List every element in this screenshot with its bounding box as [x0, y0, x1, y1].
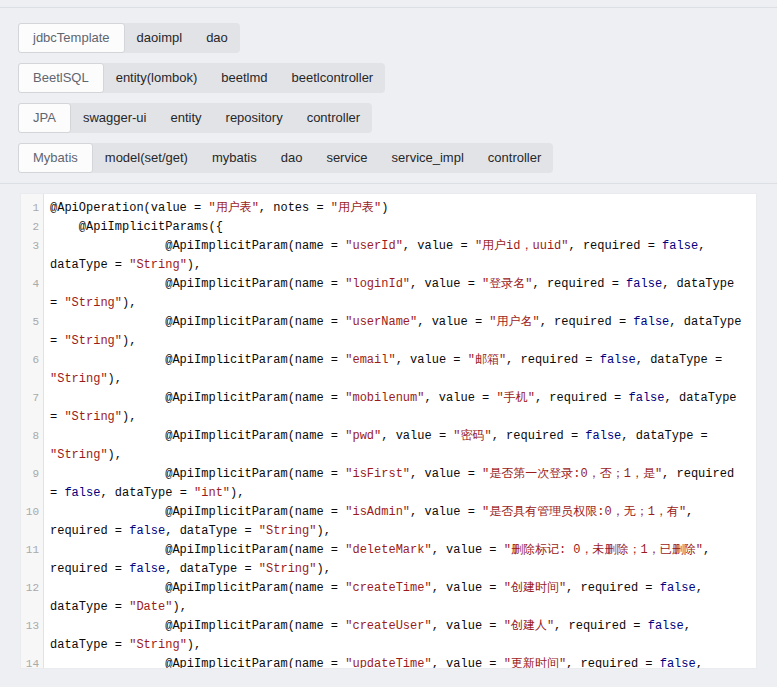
- code-generator-page: jdbcTemplatedaoimpldaoBeetlSQLentity(lom…: [0, 0, 777, 669]
- tab-mybatis-service-impl[interactable]: service_impl: [380, 143, 476, 173]
- code-line: 9 @ApiImplicitParam(name = "isFirst", va…: [21, 465, 756, 503]
- tab-beetlsql[interactable]: BeetlSQL: [18, 63, 104, 93]
- line-number: 3: [21, 237, 44, 275]
- section-divider: [0, 183, 777, 184]
- tab-jdbctemplate-daoimpl[interactable]: daoimpl: [125, 23, 195, 53]
- code-line: 12 @ApiImplicitParam(name = "createTime"…: [21, 579, 756, 617]
- code-line-text: @ApiImplicitParam(name = "createUser", v…: [44, 617, 756, 655]
- tab-jpa-entity[interactable]: entity: [158, 103, 213, 133]
- tab-jdbctemplate[interactable]: jdbcTemplate: [18, 23, 125, 53]
- code-line: 2 @ApiImplicitParams({: [21, 218, 756, 237]
- line-number: 11: [21, 541, 44, 579]
- code-line-text: @ApiOperation(value = "用户表", notes = "用户…: [44, 199, 756, 218]
- tab-jpa-controller[interactable]: controller: [295, 103, 372, 133]
- code-line-text: @ApiImplicitParams({: [44, 218, 756, 237]
- tab-mybatis-model-set-get[interactable]: model(set/get): [93, 143, 200, 173]
- code-line: 5 @ApiImplicitParam(name = "userName", v…: [21, 313, 756, 351]
- code-preview-panel: 1@ApiOperation(value = "用户表", notes = "用…: [20, 193, 757, 669]
- line-number: 13: [21, 617, 44, 655]
- line-number: 2: [21, 218, 44, 237]
- code-line-text: @ApiImplicitParam(name = "createTime", v…: [44, 579, 756, 617]
- code-line: 3 @ApiImplicitParam(name = "userId", val…: [21, 237, 756, 275]
- tab-group-jdbctemplate: jdbcTemplatedaoimpldao: [18, 23, 240, 53]
- code-line: 8 @ApiImplicitParam(name = "pwd", value …: [21, 427, 756, 465]
- code-line-text: @ApiImplicitParam(name = "isFirst", valu…: [44, 465, 756, 503]
- tab-group-mybatis: Mybatismodel(set/get)mybatisdaoservicese…: [18, 143, 553, 173]
- tab-mybatis[interactable]: Mybatis: [18, 143, 93, 173]
- tab-group-jpa: JPAswagger-uientityrepositorycontroller: [18, 103, 372, 133]
- tab-mybatis-dao[interactable]: dao: [269, 143, 315, 173]
- line-number: 7: [21, 389, 44, 427]
- tab-mybatis-mybatis[interactable]: mybatis: [200, 143, 269, 173]
- tab-beetlsql-beetlmd[interactable]: beetlmd: [209, 63, 279, 93]
- code-line-text: @ApiImplicitParam(name = "deleteMark", v…: [44, 541, 756, 579]
- line-number: 4: [21, 275, 44, 313]
- code-line-text: @ApiImplicitParam(name = "updateTime", v…: [44, 655, 756, 669]
- code-content[interactable]: 1@ApiOperation(value = "用户表", notes = "用…: [21, 199, 756, 669]
- line-number: 10: [21, 503, 44, 541]
- tab-mybatis-service[interactable]: service: [314, 143, 379, 173]
- tab-group-beetlsql: BeetlSQLentity(lombok)beetlmdbeetlcontro…: [18, 63, 385, 93]
- line-number: 6: [21, 351, 44, 389]
- tab-beetlsql-beetlcontroller[interactable]: beetlcontroller: [280, 63, 386, 93]
- template-tab-groups: jdbcTemplatedaoimpldaoBeetlSQLentity(lom…: [0, 8, 777, 173]
- line-number: 8: [21, 427, 44, 465]
- code-line-text: @ApiImplicitParam(name = "mobilenum", va…: [44, 389, 756, 427]
- line-number: 14: [21, 655, 44, 669]
- code-line-text: @ApiImplicitParam(name = "userId", value…: [44, 237, 756, 275]
- line-number: 1: [21, 199, 44, 218]
- code-line: 13 @ApiImplicitParam(name = "createUser"…: [21, 617, 756, 655]
- code-line: 6 @ApiImplicitParam(name = "email", valu…: [21, 351, 756, 389]
- code-line-text: @ApiImplicitParam(name = "loginId", valu…: [44, 275, 756, 313]
- code-line: 10 @ApiImplicitParam(name = "isAdmin", v…: [21, 503, 756, 541]
- code-line-text: @ApiImplicitParam(name = "userName", val…: [44, 313, 756, 351]
- code-line: 11 @ApiImplicitParam(name = "deleteMark"…: [21, 541, 756, 579]
- tab-jdbctemplate-dao[interactable]: dao: [194, 23, 240, 53]
- code-line: 14 @ApiImplicitParam(name = "updateTime"…: [21, 655, 756, 669]
- tab-jpa-repository[interactable]: repository: [214, 103, 295, 133]
- tab-beetlsql-entity-lombok[interactable]: entity(lombok): [104, 63, 210, 93]
- code-line: 4 @ApiImplicitParam(name = "loginId", va…: [21, 275, 756, 313]
- code-line: 1@ApiOperation(value = "用户表", notes = "用…: [21, 199, 756, 218]
- top-divider: [0, 0, 777, 8]
- tab-jpa[interactable]: JPA: [18, 103, 71, 133]
- code-line: 7 @ApiImplicitParam(name = "mobilenum", …: [21, 389, 756, 427]
- code-line-text: @ApiImplicitParam(name = "email", value …: [44, 351, 756, 389]
- line-number: 12: [21, 579, 44, 617]
- tab-mybatis-controller[interactable]: controller: [476, 143, 553, 173]
- tab-jpa-swagger-ui[interactable]: swagger-ui: [71, 103, 159, 133]
- line-number: 5: [21, 313, 44, 351]
- code-line-text: @ApiImplicitParam(name = "pwd", value = …: [44, 427, 756, 465]
- line-number: 9: [21, 465, 44, 503]
- code-line-text: @ApiImplicitParam(name = "isAdmin", valu…: [44, 503, 756, 541]
